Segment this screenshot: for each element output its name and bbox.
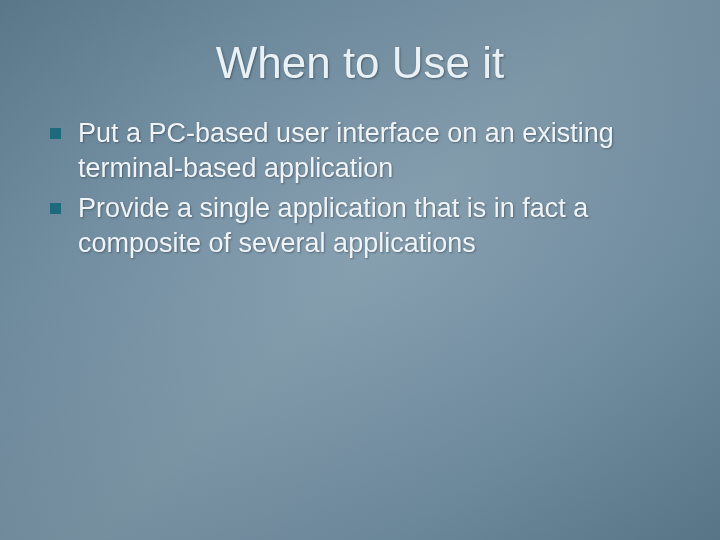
list-item: Provide a single application that is in … [40, 191, 688, 260]
bullet-list: Put a PC-based user interface on an exis… [32, 116, 688, 260]
bullet-text: Put a PC-based user interface on an exis… [78, 118, 614, 183]
slide: When to Use it Put a PC-based user inter… [0, 0, 720, 540]
slide-title: When to Use it [32, 38, 688, 88]
bullet-text: Provide a single application that is in … [78, 193, 588, 258]
square-bullet-icon [50, 128, 61, 139]
square-bullet-icon [50, 203, 61, 214]
list-item: Put a PC-based user interface on an exis… [40, 116, 688, 185]
